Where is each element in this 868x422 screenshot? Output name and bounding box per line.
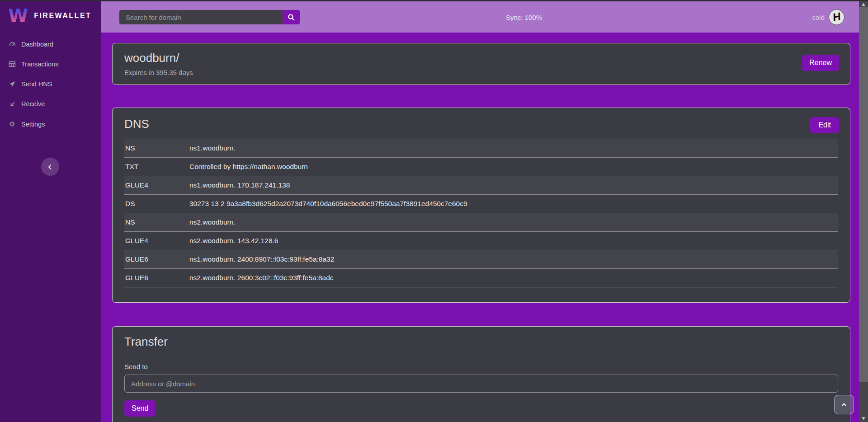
firewallet-logo-icon: W: [8, 7, 28, 24]
dns-record-value: Controlled by https://nathan.woodburn: [189, 158, 838, 176]
sidebar-item-label: Transactions: [21, 61, 58, 68]
dns-record-value: ns2.woodburn. 2600:3c02::f03c:93ff:fe5a:…: [189, 269, 838, 287]
dns-record-type: GLUE6: [124, 269, 189, 287]
dns-record-value: ns1.woodburn. 2400:8907::f03c:93ff:fe5a:…: [189, 250, 838, 269]
edit-dns-button[interactable]: Edit: [810, 117, 839, 133]
dns-records-table: NS ns1.woodburn. TXT Controlled by https…: [124, 139, 838, 287]
wallet-account: cold H: [812, 9, 844, 25]
sidebar-item-send-hns[interactable]: Send HNS: [0, 74, 101, 94]
sidebar-item-label: Send HNS: [21, 80, 52, 88]
dns-record-type: GLUE4: [124, 176, 189, 195]
dns-record-value: ns2.woodburn. 143.42.128.6: [189, 232, 838, 250]
dns-record-value: ns1.woodburn. 170.187.241.138: [189, 176, 838, 195]
sidebar-item-label: Settings: [21, 121, 45, 128]
transfer-title: Transfer: [124, 335, 838, 349]
dns-record-value: ns1.woodburn.: [189, 139, 838, 158]
domain-card: woodburn/ Expires in 395.35 days Renew: [112, 43, 850, 85]
sidebar-nav: Dashboard Transactions Send HNS: [0, 34, 101, 135]
dns-record-type: GLUE4: [124, 232, 189, 250]
chevron-up-icon: [840, 401, 848, 408]
dns-record-row: GLUE4 ns1.woodburn. 170.187.241.138: [124, 176, 838, 195]
sidebar-item-label: Dashboard: [21, 41, 53, 48]
vertical-scrollbar[interactable]: ▲ ▼: [859, 0, 868, 422]
dns-record-type: GLUE6: [124, 250, 189, 269]
gauge-icon: [8, 41, 16, 48]
brand-name: FIREWALLET: [34, 12, 91, 20]
table-icon: [8, 61, 16, 68]
arrow-down-left-icon: [8, 101, 16, 108]
send-button[interactable]: Send: [124, 400, 156, 417]
sidebar: W FIREWALLET Dashboard Transactio: [0, 0, 101, 422]
gear-icon: ⚙: [8, 120, 16, 128]
domain-search: [119, 10, 300, 24]
send-to-label: Send to: [124, 363, 838, 370]
window-top-edge: [0, 0, 868, 1]
chevron-left-icon: [47, 163, 54, 171]
dns-record-row: DS 30273 13 2 9a3a8fb3d625d2a2073d740f10…: [124, 195, 838, 213]
transfer-address-input[interactable]: [124, 375, 838, 393]
dns-title: DNS: [124, 117, 838, 131]
search-icon: [288, 14, 295, 21]
sidebar-item-receive[interactable]: Receive: [0, 94, 101, 114]
renew-button[interactable]: Renew: [802, 55, 839, 71]
dns-record-row: TXT Controlled by https://nathan.woodbur…: [124, 158, 838, 176]
dns-record-type: TXT: [124, 158, 189, 176]
dns-record-type: NS: [124, 213, 189, 232]
dns-record-row: GLUE4 ns2.woodburn. 143.42.128.6: [124, 232, 838, 250]
handshake-logo-icon[interactable]: H: [829, 9, 844, 25]
sidebar-item-label: Receive: [21, 100, 45, 108]
dns-record-row: NS ns1.woodburn.: [124, 139, 838, 158]
transfer-card: Transfer Send to Send: [112, 326, 850, 422]
search-input[interactable]: [119, 10, 283, 24]
dns-record-value: 30273 13 2 9a3a8fb3d625d2a2073d740f10da6…: [189, 195, 838, 213]
scrollbar-thumb[interactable]: [859, 7, 868, 382]
paper-plane-icon: [8, 80, 16, 88]
domain-title: woodburn/: [124, 51, 838, 65]
sidebar-item-dashboard[interactable]: Dashboard: [0, 34, 101, 54]
dns-record-row: GLUE6 ns2.woodburn. 2600:3c02::f03c:93ff…: [124, 269, 838, 287]
dns-record-row: GLUE6 ns1.woodburn. 2400:8907::f03c:93ff…: [124, 250, 838, 269]
dns-record-type: NS: [124, 139, 189, 158]
scrollbar-down-arrow-icon[interactable]: ▼: [859, 416, 868, 421]
search-button[interactable]: [283, 10, 300, 24]
brand: W FIREWALLET: [0, 0, 101, 29]
domain-expiry: Expires in 395.35 days: [124, 69, 838, 76]
wallet-name-label: cold: [812, 13, 825, 21]
sidebar-item-settings[interactable]: ⚙ Settings: [0, 114, 101, 135]
sidebar-item-transactions[interactable]: Transactions: [0, 54, 101, 74]
dns-card: DNS Edit NS ns1.woodburn. TXT Controlled…: [112, 108, 850, 303]
scroll-to-top-button[interactable]: [834, 395, 854, 414]
scrollbar-up-arrow-icon[interactable]: ▲: [859, 2, 868, 6]
dns-record-type: DS: [124, 195, 189, 213]
sync-status: Sync: 100%: [506, 13, 542, 21]
sidebar-collapse-button[interactable]: [41, 158, 59, 176]
dns-record-value: ns2.woodburn.: [189, 213, 838, 232]
dns-record-row: NS ns2.woodburn.: [124, 213, 838, 232]
topbar: Sync: 100% cold H: [101, 1, 859, 33]
